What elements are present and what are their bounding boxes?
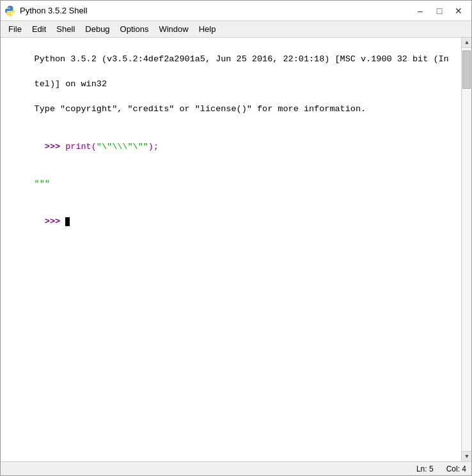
menu-bar: File Edit Shell Debug Options Window Hel… [1, 21, 471, 38]
menu-file[interactable]: File [3, 23, 27, 35]
status-line: Ln: 5 [416, 464, 434, 473]
menu-window[interactable]: Window [153, 23, 193, 35]
minimize-button[interactable]: – [411, 4, 429, 18]
scroll-down-arrow[interactable]: ▼ [462, 451, 471, 461]
prompt-line1: >>> print("\"\\\"\""); [3, 142, 159, 164]
continuation-prompt: """ [35, 179, 50, 188]
vertical-scrollbar[interactable]: ▲ ▼ [461, 38, 471, 461]
menu-shell[interactable]: Shell [51, 23, 80, 35]
window-title: Python 3.5.2 Shell [20, 6, 411, 15]
scroll-track[interactable] [462, 48, 471, 451]
status-bar: Ln: 5 Col: 4 [1, 461, 471, 475]
menu-options[interactable]: Options [115, 23, 154, 35]
shell-content: Python 3.5.2 (v3.5.2:4def2a2901a5, Jun 2… [1, 38, 471, 461]
menu-edit[interactable]: Edit [27, 23, 51, 35]
scroll-thumb[interactable] [462, 50, 471, 89]
title-bar: Python 3.5.2 Shell – □ ✕ [1, 1, 471, 21]
prompt-line2: >>> [3, 217, 70, 239]
startup-line2: tel)] on win32 [35, 79, 107, 89]
cursor [65, 217, 70, 226]
close-button[interactable]: ✕ [450, 4, 468, 18]
menu-debug[interactable]: Debug [80, 23, 114, 35]
prompt2: >>> [45, 217, 65, 226]
maximize-button[interactable]: □ [430, 4, 448, 18]
python-icon [4, 5, 16, 17]
scroll-up-arrow[interactable]: ▲ [462, 38, 471, 48]
shell-text-area[interactable]: Python 3.5.2 (v3.5.2:4def2a2901a5, Jun 2… [1, 38, 461, 461]
startup-line1: Python 3.5.2 (v3.5.2:4def2a2901a5, Jun 2… [35, 54, 449, 64]
status-col: Col: 4 [446, 464, 466, 473]
startup-line3: Type "copyright", "credits" or "license(… [35, 104, 366, 114]
code-line: print("\"\\\"\""); [65, 142, 159, 151]
menu-help[interactable]: Help [194, 23, 221, 35]
window: Python 3.5.2 Shell – □ ✕ File Edit Shell… [0, 0, 472, 476]
title-bar-controls: – □ ✕ [411, 4, 468, 18]
prompt1: >>> [45, 142, 65, 151]
